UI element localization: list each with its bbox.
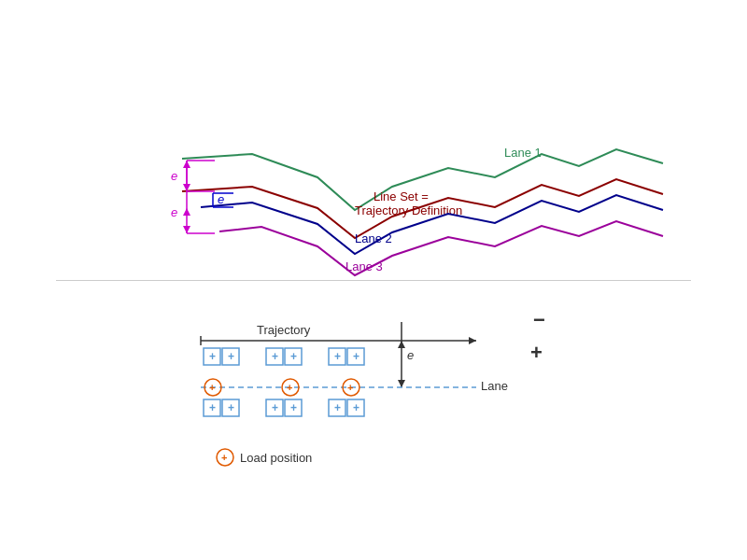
svg-text:e: e	[171, 169, 177, 183]
svg-text:+: +	[353, 350, 359, 363]
svg-text:+: +	[209, 401, 216, 414]
svg-text:+: +	[530, 341, 543, 364]
svg-text:Lane 3: Lane 3	[345, 259, 383, 273]
svg-marker-19	[183, 226, 190, 233]
svg-marker-21	[469, 337, 476, 344]
svg-text:+: +	[334, 401, 341, 414]
svg-text:+: +	[353, 401, 359, 414]
svg-text:Lane 2: Lane 2	[355, 231, 392, 245]
svg-text:+: +	[272, 401, 278, 414]
svg-text:Trajectory: Trajectory	[257, 323, 311, 337]
section-divider	[56, 280, 691, 281]
svg-text:+: +	[209, 350, 216, 363]
svg-text:+: +	[290, 350, 297, 363]
svg-text:+: +	[347, 382, 353, 393]
svg-text:+: +	[287, 382, 292, 393]
svg-text:Load position: Load position	[240, 451, 312, 465]
svg-text:+: +	[334, 350, 341, 363]
svg-text:−: −	[533, 308, 545, 331]
svg-marker-26	[398, 341, 405, 348]
svg-text:+: +	[228, 401, 234, 414]
svg-text:Line Set =: Line Set =	[374, 189, 429, 203]
svg-text:e: e	[218, 192, 224, 206]
top-diagram: Lane 1 Line Set = Trajectory Definition …	[0, 56, 747, 289]
svg-text:Lane: Lane	[481, 379, 508, 393]
svg-text:+: +	[228, 350, 234, 363]
svg-text:+: +	[272, 350, 278, 363]
svg-text:+: +	[221, 452, 227, 463]
svg-text:+: +	[290, 401, 297, 414]
svg-marker-27	[398, 380, 405, 387]
svg-text:e: e	[407, 348, 414, 362]
svg-text:Lane 1: Lane 1	[504, 146, 542, 160]
svg-marker-16	[183, 161, 190, 168]
bottom-diagram: Trajectory e Lane + − + + + + + +	[0, 289, 747, 560]
svg-text:e: e	[171, 205, 177, 219]
svg-marker-18	[183, 208, 190, 216]
svg-text:+: +	[209, 382, 215, 393]
